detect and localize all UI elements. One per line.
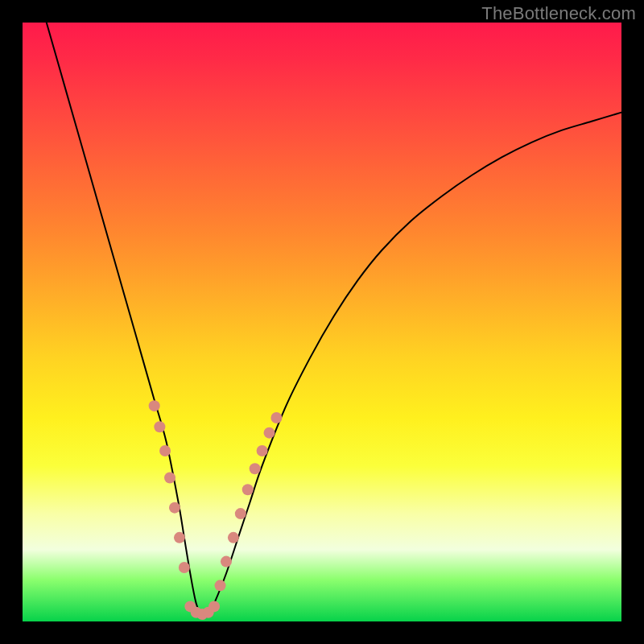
marker-dot — [242, 484, 254, 495]
chart-stage: TheBottleneck.com — [0, 0, 644, 644]
marker-dot — [221, 556, 232, 568]
marker-dot — [159, 445, 171, 456]
watermark-text: TheBottleneck.com — [481, 3, 636, 24]
curve-layer — [47, 23, 621, 617]
marker-dot — [154, 421, 165, 432]
marker-dot — [228, 532, 239, 543]
marker-dot — [208, 601, 220, 612]
chart-overlay — [23, 23, 621, 621]
marker-dot — [149, 400, 160, 411]
plot-area — [23, 23, 621, 621]
bottleneck-curve-path — [47, 23, 621, 617]
marker-dot — [174, 532, 185, 543]
marker-dot — [169, 502, 180, 514]
marker-dot — [270, 412, 282, 423]
marker-dot — [179, 562, 190, 573]
marker-dot — [235, 508, 246, 519]
marker-dot — [264, 427, 275, 439]
marker-dot — [215, 580, 226, 591]
marker-dot — [164, 472, 175, 483]
marker-dot — [257, 445, 268, 456]
marker-dot — [250, 463, 261, 474]
markers-layer — [149, 400, 283, 620]
